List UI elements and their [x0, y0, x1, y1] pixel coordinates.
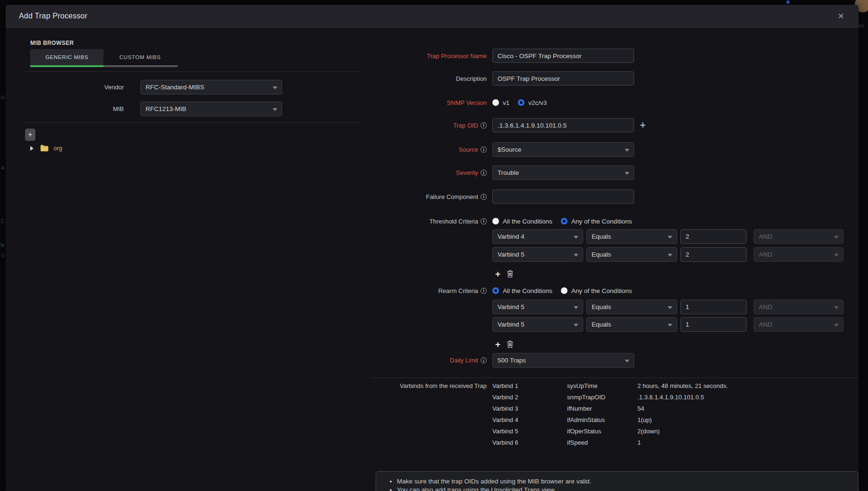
info-icon[interactable]: i: [481, 146, 487, 153]
background-text-fragment: ps: [859, 23, 864, 28]
severity-dropdown[interactable]: Trouble: [492, 165, 634, 180]
threshold-logic-dropdown[interactable]: AND: [754, 229, 843, 244]
chevron-down-icon: [834, 236, 839, 239]
varbind-value: 1: [637, 439, 641, 450]
mib-dropdown-value: RFC1213-MIB: [146, 105, 186, 112]
source-dropdown-value: $Source: [498, 146, 521, 153]
rearm-value-input[interactable]: [680, 317, 747, 332]
varbind-field: ifSpeed: [567, 439, 637, 450]
dialog-title: Add Trap Processor: [19, 12, 87, 20]
add-rearm-condition-icon[interactable]: +: [495, 340, 500, 349]
threshold-all-conditions-radio[interactable]: [492, 218, 499, 224]
threshold-all-conditions-label: All the Conditions: [503, 218, 552, 225]
expand-arrow-icon[interactable]: [30, 146, 34, 151]
threshold-any-conditions-radio[interactable]: [561, 218, 567, 224]
daily-limit-dropdown[interactable]: 500 Traps: [492, 353, 634, 368]
varbind-field: sysUpTime: [567, 382, 637, 393]
varbind-value: 2(down): [637, 428, 660, 439]
rearm-logic-dropdown[interactable]: AND: [754, 300, 843, 314]
tab-custom-mibs[interactable]: CUSTOM MIBS: [103, 49, 177, 65]
snmp-v1-radio[interactable]: [492, 99, 499, 106]
trap-oid-input[interactable]: [492, 118, 634, 132]
varbind-row: Varbind 6 ifSpeed 1: [492, 439, 728, 450]
snmp-version-label: SNMP Version: [327, 99, 487, 106]
varbind-name: Varbind 1: [492, 382, 567, 393]
chevron-down-icon: [273, 108, 277, 111]
rearm-operator-dropdown[interactable]: Equals: [586, 317, 677, 332]
add-threshold-condition-icon[interactable]: +: [495, 269, 500, 278]
rearm-value-input[interactable]: [680, 300, 747, 314]
rearm-condition-row: Varbind 5 Equals AND: [492, 317, 859, 332]
rearm-logic-dropdown[interactable]: AND: [754, 317, 843, 332]
background-sidebar-letter: le: [0, 242, 5, 248]
info-icon[interactable]: i: [481, 357, 487, 363]
threshold-varbind-dropdown[interactable]: Varbind 5: [492, 247, 583, 262]
vendor-dropdown-value: RFC-Standard-MIBS: [146, 84, 205, 91]
mib-browser-heading: MIB BROWSER: [30, 40, 327, 46]
source-dropdown[interactable]: $Source: [492, 142, 634, 157]
rearm-varbind-dropdown[interactable]: Varbind 5: [492, 300, 583, 314]
snmp-v1-label: v1: [503, 99, 509, 106]
threshold-value-input[interactable]: [680, 229, 747, 244]
vendor-label: Vendor: [6, 84, 124, 91]
varbind-row: Varbind 4 ifAdminStatus 1(up): [492, 416, 728, 427]
delete-rearm-condition-icon[interactable]: [507, 340, 514, 348]
tab-generic-mibs[interactable]: GENERIC MIBS: [30, 49, 103, 65]
info-icon[interactable]: i: [481, 194, 487, 200]
info-icon[interactable]: i: [481, 122, 487, 129]
rearm-all-conditions-radio[interactable]: [492, 287, 499, 294]
threshold-logic-dropdown[interactable]: AND: [754, 247, 843, 262]
source-label-text: Source: [459, 146, 478, 153]
varbind-value: 2 hours, 48 minutes, 21 seconds.: [637, 382, 728, 393]
failure-component-label-text: Failure Component: [426, 193, 478, 200]
trap-oid-label-text: Trap OID: [453, 122, 478, 129]
chevron-down-icon: [574, 324, 578, 327]
threshold-varbind-dropdown[interactable]: Varbind 4: [492, 229, 583, 244]
rearm-criteria-label-text: Rearm Criteria: [438, 287, 478, 294]
threshold-value-input[interactable]: [680, 247, 747, 262]
dropdown-value: AND: [759, 303, 773, 310]
chevron-down-icon: [668, 306, 672, 309]
description-input[interactable]: [492, 71, 634, 86]
chevron-down-icon: [574, 236, 578, 239]
varbind-row: Varbind 5 ifOperStatus 2(down): [492, 428, 728, 439]
divider: [25, 71, 361, 72]
trap-processor-name-input[interactable]: [492, 49, 634, 63]
severity-label-text: Severity: [456, 169, 478, 176]
info-icon[interactable]: i: [481, 218, 487, 224]
mib-label: MIB: [6, 105, 124, 112]
varbind-name: Varbind 3: [492, 405, 567, 416]
varbind-field: ifOperStatus: [567, 428, 637, 439]
mib-tabs: GENERIC MIBS CUSTOM MIBS: [30, 49, 327, 65]
delete-threshold-condition-icon[interactable]: [507, 270, 514, 278]
varbind-row: Varbind 2 snmpTrapOID .1.3.6.1.4.1.9.10.…: [492, 394, 728, 405]
dropdown-value: AND: [759, 321, 773, 328]
snmp-v2c-v3-label: v2c/v3: [528, 99, 547, 106]
active-tab-indicator: [30, 65, 103, 67]
snmp-v2c-v3-radio[interactable]: [518, 99, 524, 106]
description-label: Description: [327, 75, 487, 82]
threshold-operator-dropdown[interactable]: Equals: [586, 247, 677, 262]
rearm-any-conditions-radio[interactable]: [561, 287, 567, 294]
info-icon[interactable]: i: [481, 170, 487, 176]
tree-node-label: org: [53, 145, 62, 152]
add-trap-oid-icon[interactable]: +: [640, 120, 646, 130]
varbind-name: Varbind 5: [492, 428, 567, 439]
background-sidebar-letter: C: [1, 218, 5, 224]
rearm-varbind-dropdown[interactable]: Varbind 5: [492, 317, 583, 332]
failure-component-input[interactable]: [492, 190, 634, 204]
mib-dropdown[interactable]: RFC1213-MIB: [140, 102, 282, 116]
vendor-dropdown[interactable]: RFC-Standard-MIBS: [140, 80, 282, 95]
daily-limit-label-text: Daily Limit: [450, 357, 478, 364]
mib-tree-node-org[interactable]: org: [30, 145, 327, 152]
dropdown-value: Equals: [592, 233, 611, 240]
rearm-operator-dropdown[interactable]: Equals: [586, 300, 677, 314]
info-icon[interactable]: i: [481, 288, 487, 294]
varbind-value: 1(up): [637, 416, 652, 427]
divider: [25, 122, 361, 123]
close-icon[interactable]: ✕: [836, 10, 846, 22]
varbind-value: 54: [637, 405, 644, 416]
threshold-operator-dropdown[interactable]: Equals: [586, 229, 677, 244]
varbinds-section-label: Varbinds from the received Trap: [327, 382, 487, 450]
add-mib-node-button[interactable]: +: [25, 129, 35, 141]
